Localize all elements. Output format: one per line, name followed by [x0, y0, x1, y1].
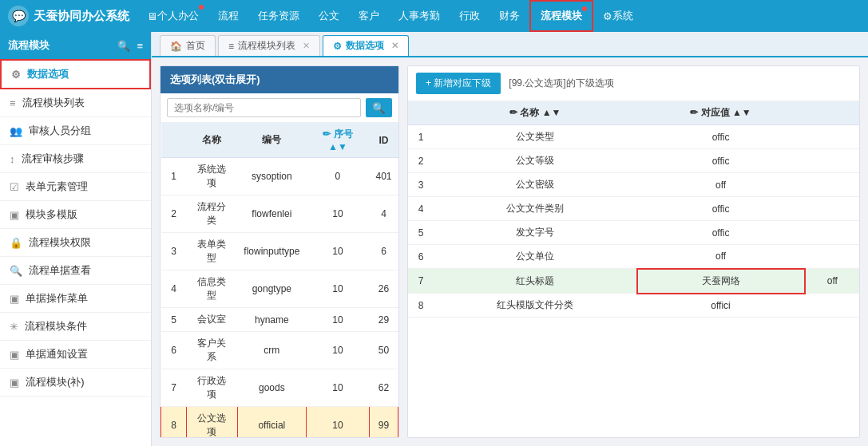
row-num: 6 — [408, 245, 434, 269]
row-num: 3 — [161, 233, 187, 270]
row-id: 29 — [369, 308, 398, 332]
nav-admin[interactable]: 行政 — [450, 0, 489, 32]
option-table-row[interactable]: 2 流程分类 flowfenlei 10 4 — [161, 195, 398, 233]
option-list-panel: 选项列表(双击展开) 🔍 名称 编号 ✏ 序号 ▲▼ ID — [160, 65, 399, 438]
tab-data-options[interactable]: ⚙ 数据选项 ✕ — [323, 35, 409, 56]
row-code: flowinputtype — [237, 233, 306, 270]
right-table-row[interactable]: 6 公文单位 off — [408, 245, 859, 269]
sidebar-item-multi-template[interactable]: ▣ 模块多模版 — [0, 201, 151, 229]
sidebar-item-reviewer-group[interactable]: 👥 审核人员分组 — [0, 117, 151, 145]
row-num: 7 — [161, 369, 187, 407]
sub-option-panel: + 新增对应下级 [99.公文选项]的下级选项 ✏ 名称 ▲▼ ✏ 对应值 ▲▼ — [407, 65, 860, 438]
nav-system[interactable]: ⚙ 系统 — [593, 0, 643, 32]
option-table-row[interactable]: 8 公文选项 official 10 99 — [161, 407, 398, 438]
add-sub-option-button[interactable]: + 新增对应下级 — [416, 73, 501, 94]
right-table-row[interactable]: 4 公文文件类别 offic — [408, 197, 859, 221]
option-table-row[interactable]: 1 系统选项 sysoption 0 401 — [161, 158, 398, 195]
row-seq: 10 — [306, 369, 369, 407]
sidebar-header: 流程模块 🔍 ≡ — [0, 32, 151, 59]
sidebar-item-operation-menu[interactable]: ▣ 单据操作菜单 — [0, 285, 151, 313]
row-id: 401 — [369, 158, 398, 195]
row-code: crm — [237, 332, 306, 369]
nav-finance[interactable]: 财务 — [489, 0, 529, 32]
nav-personal[interactable]: 🖥 个人办公 — [137, 0, 208, 32]
option-table-row[interactable]: 3 表单类型 flowinputtype 10 6 — [161, 233, 398, 270]
row-num: 6 — [161, 332, 187, 369]
nav-tasks[interactable]: 任务资源 — [248, 0, 309, 32]
app-title: 天蚕协同办公系统 — [34, 9, 129, 24]
sidebar-item-data-options[interactable]: ⚙ 数据选项 — [0, 59, 151, 89]
gear2-icon: ⚙ — [333, 41, 342, 52]
sidebar-title: 流程模块 — [8, 38, 50, 53]
row-id: 4 — [369, 195, 398, 233]
row-code: sysoption — [237, 158, 306, 195]
tab-close-options[interactable]: ✕ — [391, 41, 398, 51]
row-name: 公文等级 — [434, 149, 637, 173]
row-name: 公文选项 — [187, 407, 238, 438]
row-extra — [805, 197, 859, 221]
option-table-row[interactable]: 5 会议室 hyname 10 29 — [161, 308, 398, 332]
sidebar-item-form-elements[interactable]: ☑ 表单元素管理 — [0, 173, 151, 201]
sidebar-item-review-steps[interactable]: ↕ 流程审核步骤 — [0, 145, 151, 173]
nav-official-doc[interactable]: 公文 — [309, 0, 349, 32]
right-table-row[interactable]: 8 红头模版文件分类 offici — [408, 294, 859, 318]
row-name: 红头模版文件分类 — [434, 294, 637, 318]
row-extra: off — [805, 269, 859, 294]
option-table-row[interactable]: 7 行政选项 goods 10 62 — [161, 369, 398, 407]
template-icon: ▣ — [10, 209, 19, 221]
sidebar-item-permissions[interactable]: 🔒 流程模块权限 — [0, 229, 151, 257]
row-num: 3 — [408, 173, 434, 197]
row-code: official — [237, 407, 306, 438]
right-table-row[interactable]: 2 公文等级 offic — [408, 149, 859, 173]
sidebar-item-module-extra[interactable]: ▣ 流程模块(补) — [0, 369, 151, 397]
option-search-input[interactable] — [167, 98, 361, 117]
right-table-row[interactable]: 3 公文密级 off — [408, 173, 859, 197]
right-col-value: ✏ 对应值 ▲▼ — [637, 101, 805, 125]
nav-workflow[interactable]: 流程 — [208, 0, 248, 32]
search-icon[interactable]: 🔍 — [117, 40, 130, 52]
row-num: 1 — [408, 125, 434, 149]
option-search-button[interactable]: 🔍 — [366, 98, 392, 117]
nav-workflow-module[interactable]: 流程模块 — [529, 0, 593, 32]
search2-icon: 🔍 — [10, 265, 22, 277]
row-extra — [805, 125, 859, 149]
row-name: 红头标题 — [434, 269, 637, 294]
sidebar-item-notify[interactable]: ▣ 单据通知设置 — [0, 341, 151, 369]
home-icon: 🏠 — [170, 41, 182, 52]
row-num: 5 — [408, 221, 434, 245]
personal-icon: 🖥 — [147, 10, 157, 22]
col-header-name: 名称 — [187, 123, 238, 158]
tab-home[interactable]: 🏠 首页 — [160, 35, 216, 56]
row-id: 50 — [369, 332, 398, 369]
main-area: 🏠 首页 ≡ 流程模块列表 ✕ ⚙ 数据选项 ✕ 选项列表(双击展开) 🔍 — [152, 32, 868, 446]
right-table-row[interactable]: 7 红头标题 天蚕网络 off — [408, 269, 859, 294]
main-layout: 流程模块 🔍 ≡ ⚙ 数据选项 ≡ 流程模块列表 👥 审核人员分组 ↕ 流程审核… — [0, 32, 868, 446]
nav-hr[interactable]: 人事考勤 — [389, 0, 450, 32]
row-name: 表单类型 — [187, 233, 238, 270]
sidebar-item-query[interactable]: 🔍 流程单据查看 — [0, 257, 151, 285]
right-table-row[interactable]: 5 发文字号 offic — [408, 221, 859, 245]
nav-dot — [199, 5, 204, 10]
tab-module-list[interactable]: ≡ 流程模块列表 ✕ — [218, 35, 320, 56]
col-header-num — [161, 123, 187, 158]
nav-customer[interactable]: 客户 — [349, 0, 389, 32]
notify-icon: ▣ — [10, 349, 19, 361]
right-table-row[interactable]: 1 公文类型 offic — [408, 125, 859, 149]
right-toolbar: + 新增对应下级 [99.公文选项]的下级选项 — [408, 66, 859, 101]
menu-icon[interactable]: ≡ — [137, 40, 143, 52]
sidebar-item-module-list[interactable]: ≡ 流程模块列表 — [0, 89, 151, 117]
row-num: 2 — [408, 149, 434, 173]
row-name: 客户关系 — [187, 332, 238, 369]
list-icon: ≡ — [10, 97, 16, 109]
tab-close-list[interactable]: ✕ — [303, 41, 310, 51]
option-table-row[interactable]: 6 客户关系 crm 10 50 — [161, 332, 398, 369]
right-panel-subtitle: [99.公文选项]的下级选项 — [509, 77, 613, 90]
right-col-extra — [805, 101, 859, 125]
option-table-row[interactable]: 4 信息类型 gongtype 10 26 — [161, 270, 398, 308]
option-list-title: 选项列表(双击展开) — [161, 66, 398, 93]
sidebar-item-conditions[interactable]: ✳ 流程模块条件 — [0, 313, 151, 341]
row-num: 8 — [408, 294, 434, 318]
row-seq: 10 — [306, 233, 369, 270]
row-num: 7 — [408, 269, 434, 294]
row-name: 流程分类 — [187, 195, 238, 233]
